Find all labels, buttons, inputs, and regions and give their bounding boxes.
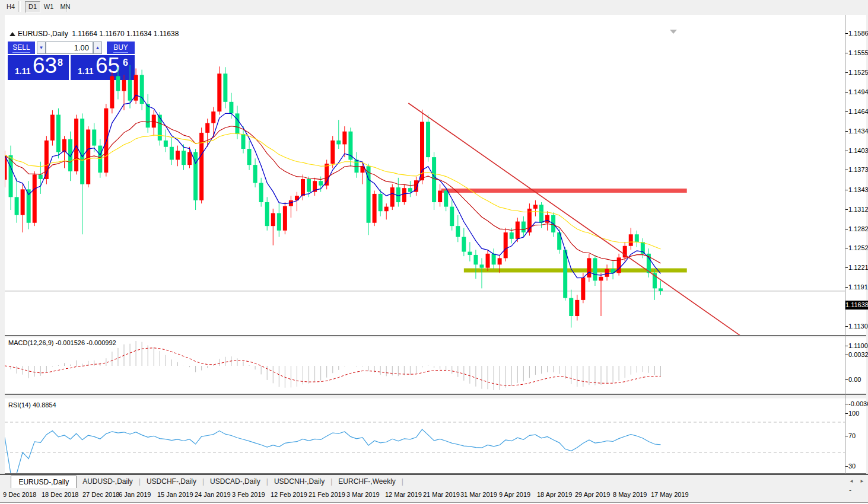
price-axis-tick: [845, 326, 848, 327]
symbol-tab-usdcad[interactable]: USDCAD-,Daily: [204, 475, 266, 489]
candle-body: [342, 132, 346, 145]
candle-body: [432, 157, 436, 202]
rsi-pane[interactable]: [5, 400, 845, 473]
date-axis-label: 8 May 2019: [613, 491, 647, 498]
date-axis-label: 29 Apr 2019: [575, 491, 610, 498]
candle-body: [533, 205, 538, 209]
price-axis-label: 1.12820: [848, 225, 868, 232]
timeframe-button-mn[interactable]: MN: [58, 1, 72, 12]
price-axis-tick: [845, 170, 848, 170]
candle-body: [122, 80, 126, 91]
rsi-axis-label: 100: [848, 410, 859, 417]
candle-body: [277, 213, 281, 230]
candle-body: [259, 183, 263, 202]
moving-average-fast: [5, 95, 661, 277]
macd-axis-label: 0.003287: [848, 351, 868, 358]
symbol-tab-usdcnh[interactable]: USDCNH-,Daily: [268, 475, 330, 489]
candle-body: [229, 102, 233, 114]
candle-body: [283, 206, 287, 231]
chart-window: EURUSD-,Daily 1.11664 1.11670 1.11634 1.…: [0, 14, 868, 504]
candle-body: [158, 115, 162, 141]
price-axis-label: 1.12520: [848, 244, 868, 251]
pane-separator[interactable]: [5, 335, 866, 338]
candle-body: [205, 123, 209, 133]
candle-body: [438, 191, 442, 203]
macd-pane[interactable]: [5, 337, 845, 393]
price-axis-tick: [845, 346, 848, 346]
price-axis-tick: [845, 209, 848, 210]
date-axis-label: 21 Feb 2019: [309, 491, 345, 498]
price-axis-label: 1.15860: [848, 30, 868, 37]
candle-body: [182, 151, 186, 165]
candle-body: [539, 205, 543, 222]
symbol-tab-audusd[interactable]: AUDUSD-,Daily: [77, 475, 139, 489]
macd-label: MACD(12,26,9) -0.001526 -0.000992: [8, 339, 116, 346]
candle-body: [21, 189, 25, 215]
candle-body: [330, 141, 335, 164]
candle-body: [426, 122, 430, 157]
candle-body: [605, 269, 609, 277]
symbol-tab-eurchf[interactable]: EURCHF-,Weekly: [332, 475, 401, 489]
candle-body: [384, 207, 389, 212]
timeframe-button-w1[interactable]: W1: [42, 1, 56, 12]
candle-body: [510, 232, 514, 239]
pane-separator[interactable]: [5, 394, 866, 399]
candle-body: [659, 288, 663, 291]
symbol-tab-usdchf[interactable]: USDCHF-,Daily: [141, 475, 202, 489]
price-axis-label: 1.14035: [848, 147, 868, 154]
price-axis-label: 1.14645: [848, 108, 868, 115]
rsi-axis-tick: [845, 413, 848, 414]
candle-body: [146, 104, 150, 127]
trading-terminal-window: H4D1W1MN EURUSD-,Daily 1.11664 1.11670 1…: [0, 0, 868, 504]
price-axis-tick: [845, 72, 848, 73]
date-axis-label: 21 Mar 2019: [423, 491, 460, 498]
tabs-scroll-left-icon[interactable]: ◄: [849, 479, 854, 484]
tab-separator: |: [402, 475, 403, 489]
date-axis-label: 18 Dec 2018: [42, 491, 78, 498]
rsi-axis-label: 30: [848, 462, 856, 470]
price-axis-label: 1.12215: [848, 264, 868, 271]
candle-body: [211, 111, 215, 123]
date-axis-label: 15 Jan 2019: [157, 491, 193, 498]
candle-body: [468, 252, 472, 255]
timeframe-button-h4[interactable]: H4: [4, 1, 18, 12]
candle-body: [319, 181, 323, 186]
symbol-tab-eurusd[interactable]: EURUSD-,Daily: [11, 476, 77, 488]
macd-axis-tick: [845, 404, 848, 404]
macd-axis-label: 0.00: [848, 376, 861, 383]
price-axis-label: 1.11305: [848, 323, 868, 330]
timeframe-button-d1[interactable]: D1: [25, 1, 40, 13]
candle-body: [462, 237, 466, 252]
date-axis-label: 17 May 2019: [651, 491, 689, 498]
price-axis-tick: [845, 229, 848, 229]
price-axis-tick: [845, 248, 848, 248]
tabs-scroll-right-icon[interactable]: ►: [860, 479, 864, 484]
candle-body: [271, 213, 275, 226]
candle-body: [373, 194, 377, 223]
candle-body: [473, 255, 478, 264]
support-level-band[interactable]: [464, 268, 687, 272]
date-axis-label: 24 Jan 2019: [195, 491, 231, 498]
candle-body: [516, 222, 520, 239]
price-axis-border: [845, 15, 845, 487]
candle-body: [39, 174, 43, 179]
candle-body: [247, 149, 252, 165]
candle-body: [301, 179, 305, 196]
price-axis-tick: [845, 53, 848, 53]
candle-body: [50, 115, 55, 141]
rsi-axis-label: 70: [848, 432, 856, 439]
price-axis-tick: [845, 131, 848, 132]
candle-body: [635, 234, 639, 242]
price-axis-tick: [845, 111, 848, 112]
candle-body: [593, 258, 597, 280]
price-axis-tick: [845, 190, 848, 190]
candle-body: [450, 207, 454, 227]
price-chart-pane[interactable]: [5, 15, 845, 335]
candle-body: [56, 115, 61, 152]
candle-body: [80, 119, 84, 184]
resistance-level-band[interactable]: [441, 189, 687, 193]
rsi-axis-tick: [845, 436, 848, 436]
candle-body: [569, 298, 573, 316]
candle-body: [402, 188, 406, 202]
macd-axis-tick: [845, 355, 848, 355]
